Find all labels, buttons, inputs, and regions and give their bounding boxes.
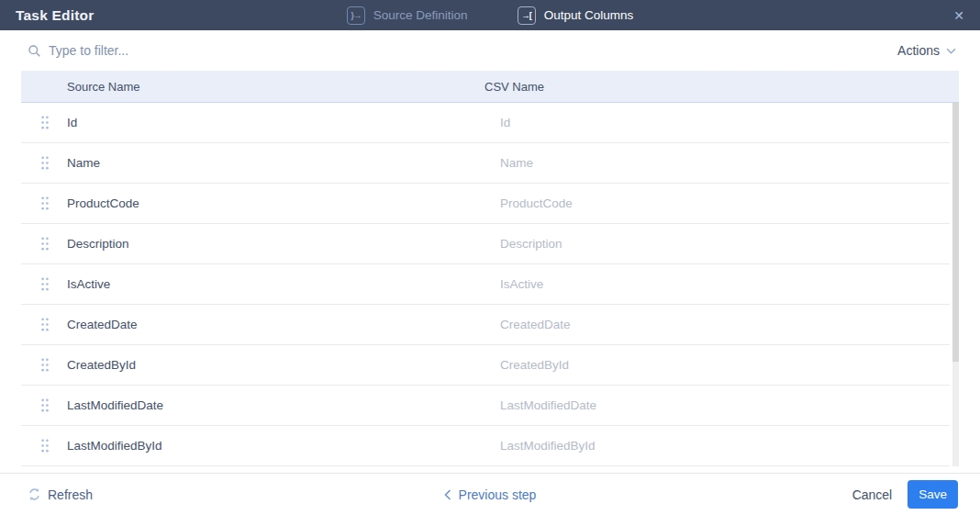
cancel-button[interactable]: Cancel [852,487,893,502]
column-header-csv-name: CSV Name [484,80,959,94]
chevron-down-icon [946,48,956,54]
footer-actions: Cancel Save [852,480,958,509]
filter-input[interactable] [49,43,342,58]
table-row: CreatedById [21,345,950,386]
column-header-source-name: Source Name [67,80,484,94]
table-row: LastModifiedDate [21,386,950,426]
header-tabs: }→ Source Definition →[ Output Columns [0,0,980,30]
previous-step-button[interactable]: Previous step [444,487,537,502]
drag-handle-icon[interactable] [21,115,67,130]
actions-dropdown[interactable]: Actions [897,43,956,58]
refresh-label: Refresh [48,487,93,502]
table-row: Name [21,143,950,184]
table-row: Description [21,224,950,264]
tab-label: Source Definition [373,8,468,22]
drag-handle-icon[interactable] [21,357,67,373]
previous-step-label: Previous step [459,487,537,502]
csv-name-input[interactable] [500,398,950,412]
source-name-cell: LastModifiedById [67,439,500,453]
table-row: ProductCode [21,184,950,224]
table-row: IsActive [21,264,950,305]
source-name-cell: Name [67,156,500,170]
refresh-button[interactable]: Refresh [28,487,93,502]
table-body: Id Name ProductCod [21,103,950,466]
source-name-cell: Id [67,116,500,129]
drag-handle-icon[interactable] [21,155,67,171]
refresh-icon [28,487,41,501]
output-columns-table: Source Name CSV Name Id [21,71,959,466]
search-icon [28,44,41,58]
vertical-scrollbar[interactable] [952,103,959,466]
table-header: Source Name CSV Name [21,71,959,103]
filter-wrap [28,43,897,58]
source-name-cell: CreatedDate [67,318,500,331]
tab-source-definition[interactable]: }→ Source Definition [347,6,468,25]
source-name-cell: ProductCode [67,196,500,210]
drag-handle-icon[interactable] [21,397,67,413]
titlebar: Task Editor }→ Source Definition →[ Outp… [0,0,980,30]
table-body-wrap: Id Name ProductCod [21,103,959,466]
task-editor-modal: Task Editor }→ Source Definition →[ Outp… [0,0,980,515]
source-definition-icon: }→ [347,6,365,25]
source-name-cell: CreatedById [67,358,500,372]
csv-name-input[interactable] [500,277,950,291]
drag-handle-icon[interactable] [21,317,67,332]
table-row: CreatedDate [21,305,950,345]
drag-handle-icon[interactable] [21,236,67,252]
source-name-cell: IsActive [67,277,500,291]
csv-name-input[interactable] [500,237,950,251]
chevron-left-icon [444,489,451,500]
csv-name-input[interactable] [500,156,950,170]
footer: Refresh Previous step Cancel Save [0,473,980,515]
csv-name-input[interactable] [500,358,950,372]
csv-name-input[interactable] [500,318,950,331]
csv-name-input[interactable] [500,116,950,129]
drag-handle-icon[interactable] [21,438,67,453]
tab-label: Output Columns [544,8,634,22]
source-name-cell: LastModifiedDate [67,398,500,412]
output-columns-icon: →[ [518,6,536,25]
source-name-cell: Description [67,237,500,251]
toolbar: Actions [0,30,980,71]
csv-name-input[interactable] [500,196,950,210]
table-row: LastModifiedById [21,426,950,466]
table-row: Id [21,103,950,143]
drag-handle-icon[interactable] [21,196,67,211]
csv-name-input[interactable] [500,439,950,453]
scrollbar-thumb[interactable] [952,103,959,362]
tab-output-columns[interactable]: →[ Output Columns [518,6,634,25]
drag-handle-icon[interactable] [21,276,67,292]
save-button[interactable]: Save [908,480,958,509]
actions-label: Actions [897,43,940,58]
